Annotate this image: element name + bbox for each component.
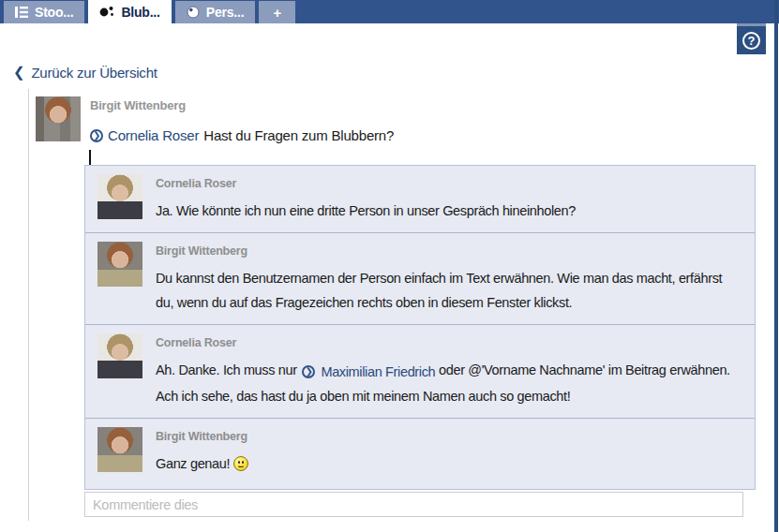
post-author-name: Birgit Wittenberg	[90, 98, 186, 112]
back-to-overview-link[interactable]: ❮ Zurück zur Übersicht	[13, 64, 157, 81]
comment-text-before: Ah. Danke. Ich muss nur	[156, 362, 300, 377]
arrow-circle-icon: ❯	[90, 129, 103, 142]
comment-text: Ah. Danke. Ich muss nur ❯Maximilian Frie…	[156, 358, 742, 408]
help-button[interactable]: ?	[737, 23, 766, 54]
mention-link[interactable]: ❯Maximilian Friedrich	[300, 360, 435, 384]
comment-row: Cornelia Roser Ja. Wie könnte ich nun ei…	[85, 166, 755, 232]
smiley-emoticon	[233, 456, 248, 471]
comment-author-name: Birgit Wittenberg	[156, 244, 742, 258]
tab-label: Pers...	[206, 5, 245, 20]
question-mark-icon: ?	[742, 32, 760, 50]
window-right-border	[774, 0, 778, 532]
comment-text: Du kannst den Benutzernamen der Person e…	[156, 266, 742, 315]
post-content: ❯ Cornelia Roser Hast du Fragen zum Blub…	[90, 127, 394, 143]
comment-row: Birgit Wittenberg Ganz genau!	[85, 418, 755, 489]
comment-body: Cornelia Roser Ah. Danke. Ich muss nur ❯…	[156, 333, 742, 408]
tab-blubber[interactable]: Blub...	[88, 0, 171, 23]
tab-bar: Stoo... Blub... Pers... +	[0, 0, 779, 23]
comment-body: Birgit Wittenberg Du kannst den Benutzer…	[156, 242, 742, 315]
tab-label: Blub...	[121, 5, 159, 20]
tab-pers[interactable]: Pers...	[175, 1, 256, 23]
comment-text-label: Ganz genau!	[156, 456, 230, 471]
thread-left-rail	[28, 89, 29, 521]
comment-author-name: Birgit Wittenberg	[156, 430, 742, 443]
avatar[interactable]	[97, 174, 142, 219]
comment-input[interactable]	[84, 492, 743, 517]
post-text: Hast du Fragen zum Blubbern?	[203, 127, 394, 143]
comment-text: Ganz genau!	[156, 451, 742, 476]
chevron-left-icon: ❮	[13, 64, 24, 81]
arrow-circle-icon: ❯	[302, 365, 315, 378]
tab-label: Stoo...	[35, 5, 73, 20]
avatar[interactable]	[97, 427, 142, 472]
comment-row: Cornelia Roser Ah. Danke. Ich muss nur ❯…	[85, 324, 755, 418]
mention-link[interactable]: ❯ Cornelia Roser	[90, 127, 199, 143]
comment-body: Cornelia Roser Ja. Wie könnte ich nun ei…	[156, 174, 742, 223]
blubber-dots-icon	[99, 6, 114, 18]
tab-stoo[interactable]: Stoo...	[4, 1, 84, 23]
mention-name: Maximilian Friedrich	[321, 360, 435, 384]
tab-new-plus[interactable]: +	[259, 1, 295, 23]
list-icon	[15, 7, 28, 18]
comment-author-name: Cornelia Roser	[156, 177, 742, 190]
avatar[interactable]	[36, 96, 81, 141]
avatar[interactable]	[97, 333, 142, 378]
profile-circle-icon	[187, 6, 200, 19]
mention-name: Cornelia Roser	[108, 127, 199, 143]
comment-row: Birgit Wittenberg Du kannst den Benutzer…	[85, 232, 755, 324]
comments-list: Cornelia Roser Ja. Wie könnte ich nun ei…	[84, 165, 756, 490]
comment-body: Birgit Wittenberg Ganz genau!	[156, 427, 742, 480]
back-link-label: Zurück zur Übersicht	[31, 65, 157, 81]
comment-author-name: Cornelia Roser	[156, 336, 742, 349]
comment-text: Ja. Wie könnte ich nun eine dritte Perso…	[156, 199, 742, 223]
plus-icon: +	[273, 5, 281, 21]
avatar[interactable]	[97, 242, 142, 287]
